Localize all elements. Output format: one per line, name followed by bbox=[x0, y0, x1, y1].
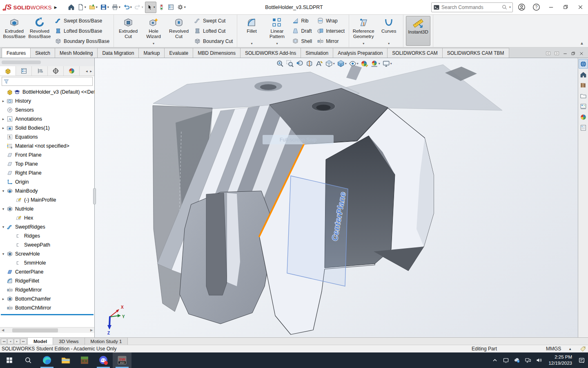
dropdown-icon[interactable]: ▾ bbox=[363, 42, 364, 45]
open-button[interactable]: ▾ bbox=[88, 2, 98, 13]
scroll-right-icon[interactable]: ▶ bbox=[89, 328, 94, 332]
tree-item-top-plane[interactable]: Top Plane bbox=[0, 159, 94, 168]
last-sheet-icon[interactable]: ▸▸ bbox=[20, 339, 27, 344]
first-sheet-icon[interactable]: ◂◂ bbox=[1, 339, 7, 344]
home-tab-button[interactable] bbox=[579, 70, 588, 79]
tree-item-equations[interactable]: ΣEquations bbox=[0, 132, 94, 141]
hide-show-items-button[interactable]: ▾ bbox=[348, 59, 359, 68]
tray-network[interactable] bbox=[524, 357, 532, 364]
section-view-button[interactable] bbox=[305, 59, 314, 68]
tab-solidworks-add-ins[interactable]: SOLIDWORKS Add-Ins bbox=[240, 48, 301, 58]
tray-cast[interactable] bbox=[502, 357, 510, 364]
search-dropdown-icon[interactable]: ▾ bbox=[509, 5, 511, 9]
minecraft-app[interactable] bbox=[75, 352, 94, 368]
dropdown-icon[interactable]: ▾ bbox=[379, 62, 380, 65]
expander-icon[interactable]: ▸ bbox=[0, 99, 7, 103]
tree-item-hex[interactable]: Hex bbox=[0, 213, 94, 222]
expander-icon[interactable]: ▾ bbox=[0, 252, 7, 256]
close-button[interactable] bbox=[574, 2, 586, 13]
pane-left-icon[interactable] bbox=[546, 51, 551, 56]
linear-pattern-button[interactable]: Linear Pattern▾ bbox=[264, 16, 290, 46]
panel-tab-features[interactable] bbox=[0, 66, 16, 76]
expander-icon[interactable]: ▸ bbox=[0, 126, 7, 130]
tag-icon[interactable] bbox=[580, 346, 586, 352]
document-close-icon[interactable] bbox=[579, 51, 584, 56]
tab-solidworks-cam[interactable]: SOLIDWORKS CAM bbox=[387, 48, 442, 58]
tree-item-sweptridges[interactable]: ▾SweptRidges bbox=[0, 222, 94, 231]
panel-tab-dimxpert[interactable] bbox=[48, 66, 64, 76]
rollback-bar[interactable] bbox=[1, 314, 94, 315]
view-orientation-button[interactable]: ▾ bbox=[325, 59, 335, 68]
display-style-button[interactable]: ▾ bbox=[336, 59, 347, 68]
custom-properties-button[interactable] bbox=[579, 123, 588, 132]
tabs-scroll-left-icon[interactable]: ◂ bbox=[86, 69, 88, 73]
save-button[interactable]: ▾ bbox=[99, 2, 110, 13]
document-restore-icon[interactable] bbox=[571, 51, 576, 56]
apply-scene-button[interactable]: ▾ bbox=[370, 59, 381, 68]
dropdown-icon[interactable]: ▾ bbox=[251, 42, 252, 45]
dropdown-icon[interactable]: ▾ bbox=[119, 5, 120, 9]
tab-evaluate[interactable]: Evaluate bbox=[164, 48, 193, 58]
dropdown-icon[interactable]: ▾ bbox=[142, 5, 143, 9]
panel-horizontal-scrollbar[interactable]: ◀ ▶ bbox=[0, 327, 94, 333]
annotation-visibility-button[interactable] bbox=[315, 59, 323, 68]
curves-button[interactable]: Curves▾ bbox=[376, 16, 401, 46]
tree-item-right-plane[interactable]: Right Plane bbox=[0, 168, 94, 177]
tab-sketch[interactable]: Sketch bbox=[30, 48, 55, 58]
tree-item-nuthole[interactable]: ▾NutHole bbox=[0, 204, 94, 213]
swept-boss-base-button[interactable]: Swept Boss/Base bbox=[53, 16, 111, 26]
scroll-track[interactable] bbox=[6, 328, 89, 333]
slab-groove[interactable] bbox=[206, 193, 227, 295]
tree-item-mainbody[interactable]: ▾MainBody bbox=[0, 186, 94, 195]
units-selector[interactable]: MMGS▲ bbox=[546, 346, 572, 352]
options-button[interactable]: ▾ bbox=[176, 2, 187, 13]
scroll-thumb[interactable] bbox=[12, 328, 58, 332]
tabs-scroll-right-icon[interactable]: ▸ bbox=[90, 69, 92, 73]
edge-app[interactable] bbox=[38, 352, 56, 368]
pane-r-icon[interactable] bbox=[554, 51, 559, 56]
swept-cut-button[interactable]: Swept Cut bbox=[192, 16, 234, 26]
tree-item-ridgemirror[interactable]: RidgeMirror bbox=[0, 285, 94, 294]
redo-button[interactable]: ▾ bbox=[134, 2, 144, 13]
appearances-scenes-button[interactable] bbox=[579, 112, 588, 122]
intersect-button[interactable]: Intersect bbox=[315, 26, 346, 36]
design-library-button[interactable] bbox=[579, 80, 588, 90]
discord-app[interactable] bbox=[94, 352, 113, 368]
dropdown-icon[interactable]: ▾ bbox=[154, 5, 155, 9]
win-close-icon[interactable] bbox=[577, 4, 584, 10]
sheet-tab-3d-views[interactable]: 3D Views bbox=[53, 338, 85, 345]
pane-right-icon[interactable] bbox=[554, 51, 559, 56]
document-minimize-icon[interactable] bbox=[563, 51, 568, 56]
start-button[interactable] bbox=[0, 352, 19, 368]
boundary-cut-button[interactable]: Boundary Cut bbox=[192, 36, 234, 46]
tree-item-ridges[interactable]: Ridges bbox=[0, 231, 94, 240]
file-explorer-app[interactable] bbox=[56, 352, 75, 368]
expander-icon[interactable]: ▾ bbox=[0, 189, 7, 193]
clock[interactable]: 2:25 PM 12/19/2023 bbox=[546, 354, 575, 366]
tree-item-centerplane[interactable]: CenterPlane bbox=[0, 267, 94, 276]
mirror-button[interactable]: Mirror bbox=[315, 36, 346, 46]
tab-markup[interactable]: Markup bbox=[138, 48, 165, 58]
tab-features[interactable]: Features bbox=[2, 48, 31, 58]
win-restore-icon[interactable] bbox=[563, 4, 569, 10]
search-input[interactable] bbox=[441, 4, 500, 10]
dropdown-icon[interactable]: ▾ bbox=[390, 62, 392, 65]
dropdown-icon[interactable]: ▾ bbox=[107, 5, 109, 9]
edit-appearance-button[interactable] bbox=[360, 59, 369, 68]
tab-analysis-preparation[interactable]: Analysis Preparation bbox=[333, 48, 388, 58]
tab-mesh-modeling[interactable]: Mesh Modeling bbox=[55, 48, 98, 58]
dropdown-icon[interactable]: ▾ bbox=[333, 62, 335, 65]
reference-geometry-button[interactable]: Reference Geometry▾ bbox=[351, 16, 376, 46]
tab-solidworks-cam-tbm[interactable]: SOLIDWORKS CAM TBM bbox=[442, 48, 509, 58]
zoom-to-area-button[interactable] bbox=[285, 59, 294, 68]
tree-filter-input[interactable] bbox=[2, 77, 93, 86]
solidworks-resources-button[interactable] bbox=[579, 59, 588, 69]
search-commands-box[interactable]: ▾ bbox=[431, 2, 513, 12]
boundary-boss-base-button[interactable]: Boundary Boss/Base bbox=[53, 36, 111, 46]
file-explorer-button[interactable] bbox=[579, 91, 588, 101]
win-min-icon[interactable] bbox=[548, 4, 554, 10]
tree-item-bottomchmirror[interactable]: BottomChMirror bbox=[0, 303, 94, 312]
rebuild-button[interactable] bbox=[157, 2, 166, 13]
expander-icon[interactable]: ▸ bbox=[0, 297, 7, 301]
dropdown-icon[interactable]: ▾ bbox=[357, 62, 359, 65]
